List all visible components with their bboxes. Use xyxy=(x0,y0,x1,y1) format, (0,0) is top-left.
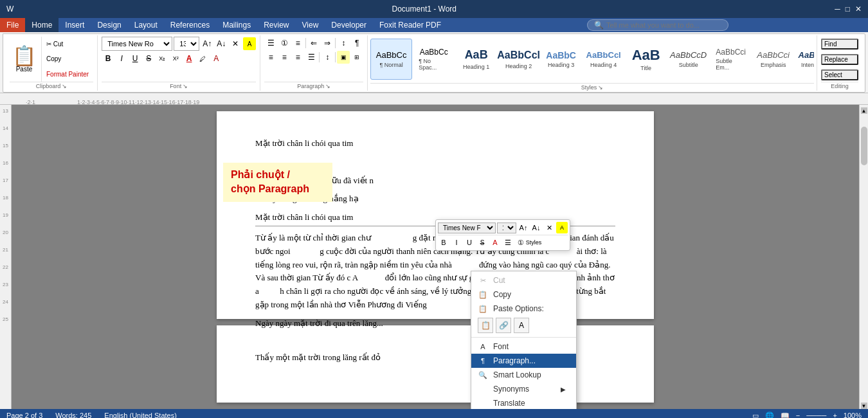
mini-numbering[interactable]: ① xyxy=(515,237,527,248)
style-heading4[interactable]: AaBbCcl Heading 4 xyxy=(583,39,624,80)
numbering-button[interactable]: ① xyxy=(278,37,291,50)
ctx-copy[interactable]: 📋 Copy xyxy=(471,287,576,302)
mini-font-color[interactable]: A xyxy=(489,237,501,248)
mini-highlight[interactable]: A xyxy=(556,222,568,233)
mini-bold[interactable]: B xyxy=(438,237,449,248)
mini-size-select[interactable]: 13 xyxy=(497,223,516,233)
menu-layout[interactable]: Layout xyxy=(128,18,164,32)
font-size-increase[interactable]: A↑ xyxy=(201,37,213,50)
style-normal[interactable]: AaBbCc ¶ Normal xyxy=(370,39,412,80)
mini-bullets[interactable]: ☰ xyxy=(502,237,514,248)
ctx-paragraph[interactable]: ¶ Paragraph... xyxy=(471,354,576,368)
menu-file[interactable]: File xyxy=(0,18,25,32)
font-size-select[interactable]: 13 xyxy=(174,37,199,51)
decrease-indent[interactable]: ⇐ xyxy=(307,37,320,50)
mini-styles[interactable]: Styles xyxy=(528,237,539,248)
menu-home[interactable]: Home xyxy=(25,18,59,32)
menu-insert[interactable]: Insert xyxy=(59,18,91,32)
style-heading1[interactable]: AaB Heading 1 xyxy=(455,39,497,80)
ctx-smart-lookup[interactable]: 🔍 Smart Lookup xyxy=(471,368,576,382)
view-mode-read[interactable]: 📖 xyxy=(781,412,790,419)
minimize-btn[interactable]: ─ xyxy=(835,5,840,14)
increase-indent[interactable]: ⇒ xyxy=(321,37,334,50)
menu-references[interactable]: References xyxy=(164,18,216,32)
menu-view[interactable]: View xyxy=(296,18,325,32)
close-btn[interactable]: ✕ xyxy=(855,5,862,14)
style-subtitle[interactable]: AaBbCcD Subtitle xyxy=(667,39,709,80)
ctx-font[interactable]: A Font xyxy=(471,340,576,354)
view-mode-web[interactable]: 🌐 xyxy=(765,412,774,419)
ctx-paste-merge[interactable]: 🔗 xyxy=(496,318,511,333)
font-color-button[interactable]: A xyxy=(183,52,195,65)
scrollbar-thumb[interactable] xyxy=(861,127,867,165)
find-button[interactable]: Find xyxy=(821,39,858,50)
styles-expand-icon[interactable]: ↘ xyxy=(598,84,603,91)
align-left[interactable]: ≡ xyxy=(264,51,277,64)
align-right[interactable]: ≡ xyxy=(291,51,304,64)
subscript-button[interactable]: X₂ xyxy=(156,52,168,65)
format-painter-button[interactable]: Format Painter xyxy=(44,70,91,78)
scroll-down-arrow[interactable]: ▼ xyxy=(861,403,867,409)
ctx-cut[interactable]: ✂ Cut xyxy=(471,273,576,287)
replace-button[interactable]: Replace xyxy=(821,54,858,65)
mini-grow-font[interactable]: A↑ xyxy=(518,222,529,233)
style-intense-emphasis[interactable]: AaBbCci Intense E... xyxy=(795,39,814,80)
sort-button[interactable]: ↕ xyxy=(337,37,350,50)
scroll-up-arrow[interactable]: ▲ xyxy=(861,107,867,114)
font-expand-icon[interactable]: ↘ xyxy=(183,83,188,89)
highlight-button[interactable]: 🖊 xyxy=(196,52,209,65)
font-name-select[interactable]: Times New Ro xyxy=(102,37,172,51)
multilevel-button[interactable]: ≡ xyxy=(291,37,304,50)
style-emphasis[interactable]: AaBbCci Emphasis xyxy=(752,39,794,80)
mini-font-select[interactable]: Times New F xyxy=(438,223,496,233)
window-controls[interactable]: ─ □ ✕ xyxy=(835,5,862,14)
superscript-button[interactable]: X² xyxy=(169,52,182,65)
font-size-decrease[interactable]: A↓ xyxy=(215,37,228,50)
paragraph-expand-icon[interactable]: ↘ xyxy=(325,83,330,89)
zoom-out[interactable]: − xyxy=(796,412,800,418)
select-button[interactable]: Select xyxy=(821,69,858,80)
cut-button[interactable]: ✂ Cut xyxy=(44,40,91,48)
zoom-in[interactable]: + xyxy=(833,412,836,418)
menu-foxit[interactable]: Foxit Reader PDF xyxy=(373,18,448,32)
bold-button[interactable]: B xyxy=(102,52,114,65)
paste-button[interactable]: 📋 Paste xyxy=(10,37,42,82)
menu-review[interactable]: Review xyxy=(257,18,295,32)
menu-mailings[interactable]: Mailings xyxy=(216,18,257,32)
menu-design[interactable]: Design xyxy=(91,18,127,32)
mini-format-clear[interactable]: ✕ xyxy=(543,222,555,233)
align-center[interactable]: ≡ xyxy=(278,51,291,64)
ctx-paste-keep[interactable]: 📋 xyxy=(478,318,493,333)
style-heading2[interactable]: AaBbCcl Heading 2 xyxy=(498,39,539,80)
borders-button[interactable]: ⊞ xyxy=(350,51,363,64)
maximize-btn[interactable]: □ xyxy=(845,5,850,14)
align-justify[interactable]: ☰ xyxy=(305,51,318,64)
style-nospace[interactable]: AaBbCc ¶ No Spac... xyxy=(413,39,455,80)
mini-shrink-font[interactable]: A↓ xyxy=(530,222,542,233)
mini-underline[interactable]: U xyxy=(464,237,475,248)
zoom-slider[interactable]: ──── xyxy=(806,412,826,418)
mini-strikethrough[interactable]: S xyxy=(476,237,488,248)
ctx-paste-options[interactable]: 📋 Paste Options: xyxy=(471,302,576,316)
style-title[interactable]: AaB Title xyxy=(625,39,667,80)
line-spacing[interactable]: ↕ xyxy=(321,51,334,64)
ctx-synonyms[interactable]: Synonyms ▶ xyxy=(471,382,576,396)
shading-button[interactable]: ▣ xyxy=(337,51,350,64)
style-subtle-emphasis[interactable]: AaBbCci Subtle Em... xyxy=(710,39,752,80)
style-heading3[interactable]: AaBbC Heading 3 xyxy=(540,39,582,80)
search-container[interactable]: 🔍 xyxy=(587,19,728,31)
view-mode-print[interactable]: ▭ xyxy=(752,412,759,419)
search-input[interactable] xyxy=(606,21,721,29)
ctx-translate[interactable]: Translate xyxy=(471,396,576,409)
italic-button[interactable]: I xyxy=(115,52,128,65)
copy-button[interactable]: Copy xyxy=(44,55,91,63)
font-format-clear[interactable]: ✕ xyxy=(229,37,242,50)
underline-button[interactable]: U xyxy=(129,52,141,65)
ctx-paste-text[interactable]: A xyxy=(514,318,529,333)
font-effects-button[interactable]: A xyxy=(210,52,222,65)
bullets-button[interactable]: ☰ xyxy=(264,37,277,50)
mini-italic[interactable]: I xyxy=(451,237,462,248)
right-scrollbar[interactable]: ▲ ▼ xyxy=(859,105,868,409)
strikethrough-button[interactable]: S xyxy=(142,52,155,65)
menu-developer[interactable]: Developer xyxy=(325,18,373,32)
